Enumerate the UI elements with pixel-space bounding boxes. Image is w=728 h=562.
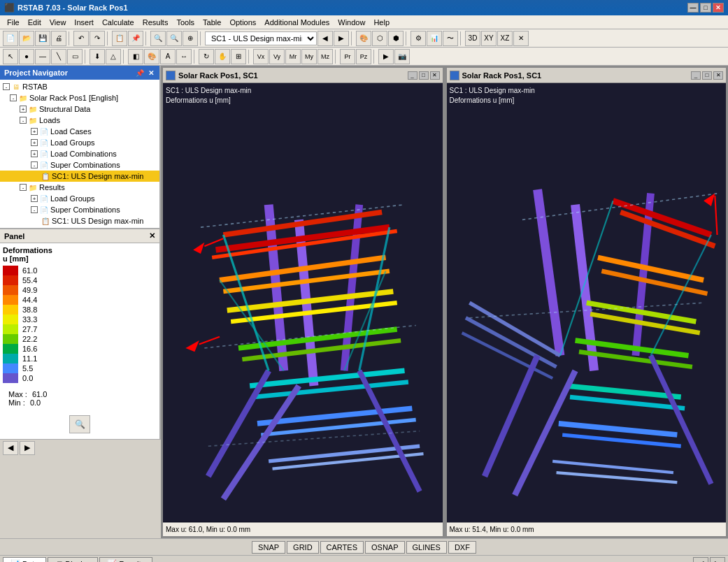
tab-display[interactable]: 🖥 Display <box>48 557 98 562</box>
tree-item-super-comb-results[interactable]: - 📄 Super Combinations <box>0 204 159 215</box>
tb-new[interactable]: 📄 <box>3 31 18 46</box>
tree-item-sc1[interactable]: 📋 SC1: ULS Design max-min <box>0 171 159 182</box>
load-case-dropdown[interactable]: SC1 - ULS Design max-min <box>205 31 317 45</box>
tb-results-view[interactable]: 📊 <box>427 31 442 46</box>
menu-view[interactable]: View <box>45 17 71 28</box>
tb2-member[interactable]: — <box>35 49 50 64</box>
tb2-zoom-window[interactable]: ⊞ <box>231 49 246 64</box>
tb2-node[interactable]: ● <box>19 49 34 64</box>
tb2-pz[interactable]: Pz <box>356 49 371 64</box>
tree-item-sc1-results[interactable]: 📋 SC1: ULS Design max-min <box>0 215 159 226</box>
panel-icon-button[interactable]: 🔍 <box>69 415 90 433</box>
menu-window[interactable]: Window <box>334 17 369 28</box>
tb2-rotate[interactable]: ↻ <box>199 49 214 64</box>
expand-load-cases[interactable]: + <box>31 128 38 135</box>
vp2-maximize[interactable]: □ <box>702 71 712 80</box>
tab-nav-prev[interactable]: ◀ <box>693 557 708 562</box>
maximize-button[interactable]: □ <box>700 3 711 13</box>
status-osnap[interactable]: OSNAP <box>365 541 405 554</box>
tb2-dim[interactable]: ↔ <box>176 49 192 64</box>
close-button[interactable]: ✕ <box>713 3 724 13</box>
tree-item-structural-data[interactable]: + 📁 Structural Data <box>0 103 159 115</box>
menu-results[interactable]: Results <box>138 17 173 28</box>
tb2-axis-x[interactable]: Vx <box>253 49 269 64</box>
menu-insert[interactable]: Insert <box>70 17 98 28</box>
tb2-axis-y[interactable]: Vy <box>269 49 285 64</box>
viewport-1-canvas[interactable] <box>163 83 443 522</box>
expand-solar-rack[interactable]: - <box>10 94 17 101</box>
tree-item-load-groups[interactable]: + 📄 Load Groups <box>0 137 159 148</box>
tb-x-icon[interactable]: ✕ <box>513 31 529 46</box>
tree-item-super-combinations[interactable]: - 📄 Super Combinations <box>0 159 159 171</box>
vp2-minimize[interactable]: _ <box>691 71 701 80</box>
tb-zoom-in[interactable]: 🔍 <box>150 31 166 46</box>
tb-solid[interactable]: ⬢ <box>388 31 404 46</box>
status-glines[interactable]: GLINES <box>406 541 447 554</box>
tb2-pr[interactable]: Pr <box>340 49 355 64</box>
status-dxf[interactable]: DXF <box>448 541 476 554</box>
tb2-line[interactable]: ╲ <box>51 49 66 64</box>
expand-load-combinations[interactable]: + <box>31 150 38 157</box>
tb2-my[interactable]: My <box>301 49 317 64</box>
vp1-minimize[interactable]: _ <box>408 71 417 80</box>
tb-prev[interactable]: ◀ <box>317 31 333 46</box>
tab-nav-next[interactable]: ▶ <box>710 557 725 562</box>
status-snap[interactable]: SNAP <box>252 541 285 554</box>
tb2-surface[interactable]: ▭ <box>67 49 83 64</box>
tree-item-load-cases[interactable]: + 📄 Load Cases <box>0 126 159 137</box>
tb-deform[interactable]: 〜 <box>443 31 458 46</box>
tree-item-load-groups-results[interactable]: + 📄 Load Groups <box>0 193 159 204</box>
tb-zoom-fit[interactable]: ⊕ <box>183 31 198 46</box>
tb2-support[interactable]: △ <box>106 49 121 64</box>
tb-zoom-out[interactable]: 🔍 <box>166 31 182 46</box>
expand-results[interactable]: - <box>20 184 27 191</box>
menu-file[interactable]: File <box>3 17 24 28</box>
vp1-maximize[interactable]: □ <box>419 71 429 80</box>
tb-print[interactable]: 🖨 <box>51 31 66 46</box>
tree-item-results[interactable]: - 📁 Results <box>0 182 159 193</box>
viewport-2-canvas[interactable] <box>447 83 727 522</box>
tb-open[interactable]: 📂 <box>19 31 34 46</box>
tb2-mz[interactable]: Mz <box>317 49 333 64</box>
nav-btn-2[interactable]: ▶ <box>20 441 35 455</box>
tree-item-loads[interactable]: - 📁 Loads <box>0 115 159 126</box>
tb-render[interactable]: 🎨 <box>356 31 371 46</box>
menu-tools[interactable]: Tools <box>172 17 199 28</box>
tb2-select[interactable]: ↖ <box>3 49 18 64</box>
expand-load-groups-results[interactable]: + <box>31 195 38 202</box>
status-cartes[interactable]: CARTES <box>320 541 364 554</box>
tb-calc[interactable]: ⚙ <box>411 31 426 46</box>
tb2-label[interactable]: A <box>160 49 176 64</box>
nav-close-button[interactable]: ✕ <box>147 69 155 77</box>
tb-undo[interactable]: ↶ <box>73 31 89 46</box>
tb2-animation[interactable]: ▶ <box>378 49 394 64</box>
status-grid[interactable]: GRID <box>287 541 319 554</box>
tb-viewxz[interactable]: XZ <box>497 31 513 46</box>
expand-structural[interactable]: + <box>20 106 27 113</box>
menu-table[interactable]: Table <box>199 17 225 28</box>
tb-view3d[interactable]: 3D <box>465 31 480 46</box>
vp2-close[interactable]: ✕ <box>713 71 723 80</box>
tree-item-solar-rack[interactable]: - 📁 Solar Rack Pos1 [English] <box>0 92 159 103</box>
tab-data[interactable]: 📊 Data <box>3 557 46 562</box>
tb2-load[interactable]: ⬇ <box>90 49 105 64</box>
tree-item-load-combinations[interactable]: + 📄 Load Combinations <box>0 148 159 159</box>
expand-load-groups[interactable]: + <box>31 139 38 146</box>
nav-btn-1[interactable]: ◀ <box>3 441 18 455</box>
tb-next[interactable]: ▶ <box>334 31 349 46</box>
expand-rstab[interactable]: - <box>3 83 10 90</box>
menu-help[interactable]: Help <box>369 17 394 28</box>
menu-edit[interactable]: Edit <box>24 17 45 28</box>
tab-results[interactable]: 📈 Results <box>99 557 152 562</box>
tb-copy[interactable]: 📋 <box>112 31 127 46</box>
tb-wire[interactable]: ⬡ <box>372 31 387 46</box>
tb2-color[interactable]: 🎨 <box>144 49 159 64</box>
expand-loads[interactable]: - <box>20 117 27 124</box>
menu-additional-modules[interactable]: Additional Modules <box>260 17 334 28</box>
nav-pin-button[interactable]: 📌 <box>134 69 145 77</box>
menu-calculate[interactable]: Calculate <box>98 17 138 28</box>
expand-super-comb-results[interactable]: - <box>31 206 38 213</box>
tb-redo[interactable]: ↷ <box>90 31 105 46</box>
minimize-button[interactable]: — <box>687 3 699 13</box>
expand-super-combinations[interactable]: - <box>31 161 38 168</box>
